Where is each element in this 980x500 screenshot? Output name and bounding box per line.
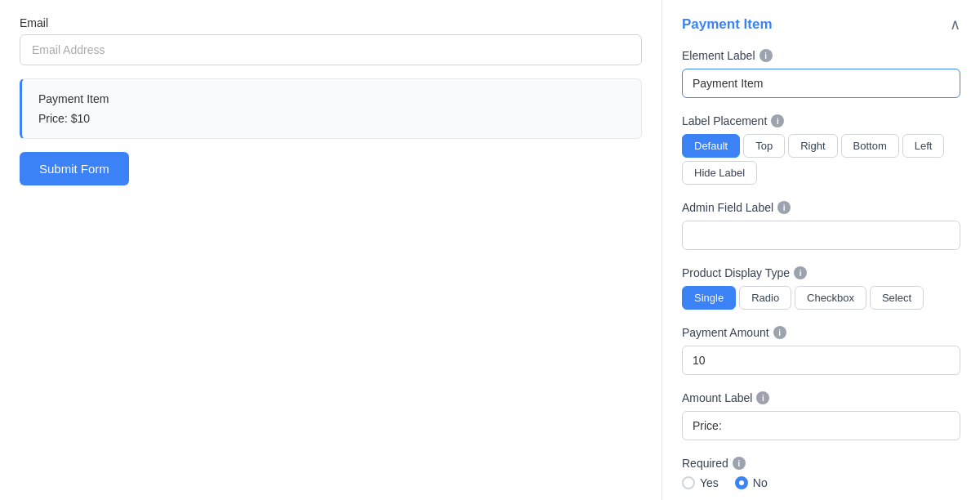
display-radio-btn[interactable]: Radio [739,286,791,310]
amount-label-heading: Amount Label i [682,391,960,404]
panel-header: Payment Item ∧ [682,16,960,33]
element-label-input[interactable] [682,69,960,98]
product-display-heading: Product Display Type i [682,266,960,279]
payment-item-preview: Payment Item Price: $10 [20,78,642,139]
placement-top-btn[interactable]: Top [743,134,785,158]
placement-left-btn[interactable]: Left [902,134,945,158]
placement-default-btn[interactable]: Default [682,134,740,158]
element-label-info-icon[interactable]: i [760,49,773,62]
element-label-section: Element Label i [682,49,960,98]
amount-label-input[interactable] [682,411,960,440]
email-label: Email [20,16,642,29]
payment-amount-section: Payment Amount i [682,326,960,375]
product-display-type-section: Product Display Type i Single Radio Chec… [682,266,960,310]
label-placement-info-icon[interactable]: i [771,114,784,127]
required-yes-radio[interactable] [682,476,695,489]
required-heading: Required i [682,457,960,470]
label-placement-options: Default Top Right Bottom Left Hide Label [682,134,960,185]
email-field-group: Email [20,16,642,65]
submit-form-button[interactable]: Submit Form [20,152,129,185]
display-select-btn[interactable]: Select [870,286,924,310]
admin-field-label-heading: Admin Field Label i [682,201,960,214]
amount-label-section: Amount Label i [682,391,960,440]
required-no-radio[interactable] [735,476,748,489]
payment-item-price-preview: Price: $10 [38,112,625,125]
display-checkbox-btn[interactable]: Checkbox [795,286,866,310]
payment-amount-info-icon[interactable]: i [773,326,786,339]
required-options: Yes No [682,476,960,489]
right-panel: Payment Item ∧ Element Label i Label Pla… [662,0,980,500]
amount-label-info-icon[interactable]: i [756,391,769,404]
required-section: Required i Yes No [682,457,960,489]
product-display-options: Single Radio Checkbox Select [682,286,960,310]
placement-hidelabel-btn[interactable]: Hide Label [682,161,757,185]
display-single-btn[interactable]: Single [682,286,736,310]
required-yes-label[interactable]: Yes [682,476,719,489]
admin-field-label-input[interactable] [682,221,960,250]
required-info-icon[interactable]: i [733,457,746,470]
payment-item-name-preview: Payment Item [38,92,625,105]
email-input[interactable] [20,34,642,65]
collapse-icon[interactable]: ∧ [950,17,960,32]
admin-field-label-section: Admin Field Label i [682,201,960,250]
required-no-label[interactable]: No [735,476,768,489]
admin-field-label-info-icon[interactable]: i [777,201,791,214]
panel-title: Payment Item [682,16,773,33]
element-label-heading: Element Label i [682,49,960,62]
product-display-info-icon[interactable]: i [794,266,807,279]
label-placement-section: Label Placement i Default Top Right Bott… [682,114,960,185]
placement-bottom-btn[interactable]: Bottom [841,134,899,158]
left-panel: Email Payment Item Price: $10 Submit For… [0,0,662,500]
label-placement-heading: Label Placement i [682,114,960,127]
payment-amount-heading: Payment Amount i [682,326,960,339]
placement-right-btn[interactable]: Right [788,134,837,158]
payment-amount-input[interactable] [682,346,960,375]
